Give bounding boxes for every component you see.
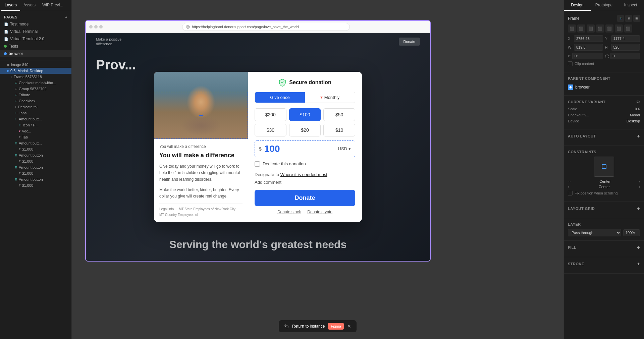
layer-amount-btn-2[interactable]: ⊞ Amount butt... [0,140,71,146]
layer-amount-text-4[interactable]: T $1,000 [0,182,71,188]
layer-amount-btn-3[interactable]: ⊞ Amount button [0,152,71,158]
layer-modal[interactable]: ◆ 0.6, Modal, Desktop [0,68,71,74]
layer-section: Layer Pass through [564,218,644,241]
layer-tabs[interactable]: ⊞ Tabs [0,110,71,116]
legal-info-link[interactable]: Legal info [159,207,174,211]
vector-layer-icon: ♥ [19,129,20,133]
layer-frame[interactable]: # Frame 58735118 [0,74,71,80]
opacity-input[interactable] [623,229,640,236]
canvas-area[interactable]: https://helpinghand.donorsupport.com/pag… [72,0,564,339]
clip-content-checkbox[interactable] [568,61,573,66]
page-item-virtual-terminal-2[interactable]: 📄 Virtual Terminal 2.0 [0,35,71,43]
donate-button[interactable]: Donate [255,190,355,206]
layer-amount-btn-5[interactable]: ⊞ Amount button [0,176,71,182]
layer-checkbox[interactable]: ⊞ Checkbox [0,98,71,104]
add-comment-link[interactable]: Add comment [255,180,281,185]
amount-value-display[interactable]: 100 [264,144,335,154]
blending-mode-select[interactable]: Pass through [568,229,621,236]
parent-component-name[interactable]: browser [575,85,590,90]
layer-vec[interactable]: ♥ Vec... [0,128,71,134]
stroke-section: Stroke + [564,257,644,274]
x-input[interactable] [574,35,603,42]
layer-tribute[interactable]: ⊞ Tribute [0,92,71,98]
browser-address-bar[interactable]: https://helpinghand.donorsupport.com/pag… [182,23,350,31]
amount-200-button[interactable]: $200 [255,108,286,121]
page-item-test-mode[interactable]: 📄 Test mode [0,20,71,28]
align-right-button[interactable]: ⬛ [587,24,595,33]
amount-50-button[interactable]: $50 [323,108,355,121]
currency-selector[interactable]: USD ▾ [338,146,351,151]
w-input[interactable] [574,44,603,51]
layer-image-840[interactable]: ▣ image 840 [0,62,71,68]
clip-content-label: Clip content [575,62,594,66]
align-center-v-button[interactable]: ⬛ [605,24,613,33]
donate-crypto-link[interactable]: Donate crypto [307,210,332,214]
add-auto-layout-button[interactable]: + [637,133,640,139]
layer-tab[interactable]: T Tab [0,134,71,140]
text-layer-icon: T [19,148,21,151]
component-icon [568,84,573,90]
right-panel-tabs: Design Prototype Inspect [564,0,644,11]
fix-position-checkbox[interactable] [568,191,573,195]
fill-section: Fill + [564,241,644,257]
donation-modal: You will make a difference You will make… [154,72,362,222]
add-page-button[interactable]: + [65,15,67,19]
wh-inputs: W H [568,44,640,51]
rotation-input[interactable] [572,53,603,59]
page-item-tests[interactable]: Tests [0,43,71,50]
page-item-virtual-terminal[interactable]: 📄 Virtual Terminal [0,28,71,35]
donate-stock-link[interactable]: Donate stock [277,210,301,214]
frame-desktop-button[interactable]: 🖥 [625,15,632,22]
align-left-button[interactable]: ⬛ [568,24,576,33]
align-center-h-button[interactable]: ⬛ [577,24,585,33]
chevron-right-icon-2: › [639,185,640,189]
give-once-tab[interactable]: Give once [255,92,305,103]
align-bottom-button[interactable]: ⬛ [615,24,623,33]
right-tab-prototype[interactable]: Prototype [591,0,618,11]
designate-link[interactable]: Where it is needed most [280,172,327,177]
return-label[interactable]: Return to instance [292,324,325,329]
diamond-layer-icon: ◆ [7,69,9,72]
y-input[interactable] [611,35,640,42]
add-fill-button[interactable]: + [637,245,640,250]
frame-layer-icon: # [11,75,12,78]
tab-assets[interactable]: Assets [20,0,39,11]
layer-amount-btn-1[interactable]: ⊞ Amount butt... [0,116,71,122]
add-layout-grid-button[interactable]: + [637,206,640,211]
selection-handle-tr[interactable] [429,20,431,22]
layer-amount-text-2[interactable]: T $1,000 [0,158,71,164]
selection-handle-tl[interactable] [85,20,87,22]
add-stroke-button[interactable]: + [637,261,640,267]
close-bar-button[interactable]: ✕ [347,324,351,329]
frequency-tabs: Give once ♥ Monthly [255,92,355,103]
frame-phone-button[interactable]: 📱 [617,15,624,22]
amount-30-button[interactable]: $30 [255,124,286,136]
layer-amount-text-1[interactable]: T $1,000 [0,146,71,152]
layer-checkout-main[interactable]: ⊞ Checkout main/witho... [0,80,71,86]
mt-country-link[interactable]: MT Country Employees of [159,213,198,217]
browser-dot-close [89,25,93,29]
layer-dedicate[interactable]: T Dedicate thi... [0,104,71,110]
amount-100-button[interactable]: $100 [289,108,321,121]
layer-icon-h[interactable]: ⊞ Icon / H... [0,122,71,128]
distribute-h-button[interactable]: ⬛ [624,24,632,33]
tune-icon[interactable]: ⚙ [636,100,640,104]
layer-amount-text-3[interactable]: T $1,000 [0,170,71,176]
right-tab-design[interactable]: Design [564,0,591,11]
frame-grid-button[interactable]: ⊞ [633,15,640,22]
h-input[interactable] [611,44,640,51]
layer-amount-btn-4[interactable]: ⊞ Amount button [0,164,71,170]
align-top-button[interactable]: ⬛ [596,24,604,33]
dedicate-checkbox[interactable] [255,161,260,167]
radius-input[interactable] [610,53,640,59]
tab-wip-preview[interactable]: WiP Previ... [39,0,66,11]
variant-title-row: Current variant ⚙ [568,100,640,104]
page-item-browser[interactable]: browser [0,50,71,57]
tab-layers[interactable]: Layers [1,0,20,11]
layer-group[interactable]: ⊞ Group 58732709 [0,86,71,92]
mt-state-link[interactable]: MT State Employees of New York City [179,207,235,211]
monthly-tab[interactable]: ♥ Monthly [305,92,355,103]
right-tab-inspect[interactable]: Inspect [617,0,644,11]
amount-10-button[interactable]: $10 [323,124,355,136]
amount-20-button[interactable]: $20 [289,124,321,136]
